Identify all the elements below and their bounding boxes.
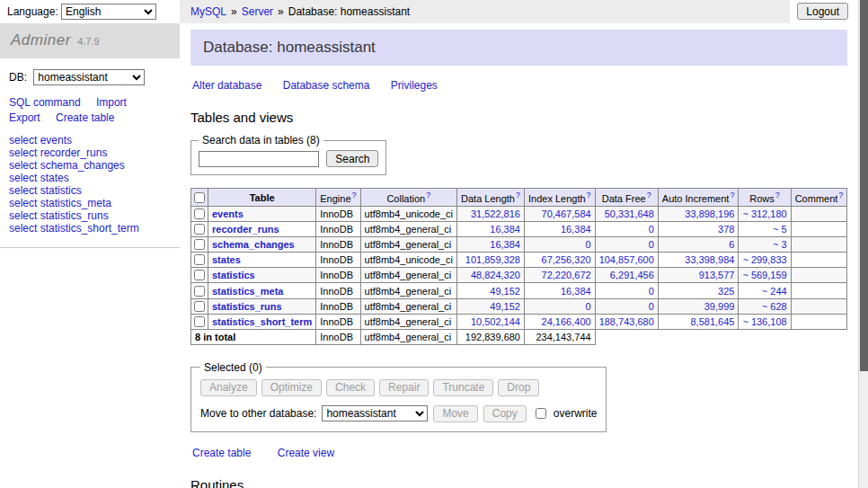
help-icon[interactable]: ? — [426, 191, 430, 200]
index-length-link[interactable]: 72,220,672 — [542, 270, 591, 280]
row-checkbox-states[interactable] — [194, 254, 205, 265]
rows-link[interactable]: ~ 312,180 — [742, 209, 786, 219]
row-checkbox-statistics_runs[interactable] — [194, 301, 205, 312]
data-free-link[interactable]: 50,331,648 — [605, 209, 654, 219]
search-button[interactable]: Search — [326, 150, 378, 167]
analyze-button[interactable]: Analyze — [200, 379, 257, 396]
auto-increment-link[interactable]: 33,898,196 — [685, 209, 734, 219]
repair-button[interactable]: Repair — [379, 379, 429, 396]
breadcrumb-link-mysql[interactable]: MySQL — [190, 5, 226, 18]
data-free-link[interactable]: 188,743,680 — [599, 316, 654, 327]
table-link-schema_changes[interactable]: schema_changes — [212, 239, 295, 250]
sidebar-table-link-select-schema_changes[interactable]: select schema_changes — [9, 160, 171, 172]
row-checkbox-statistics_short_term[interactable] — [194, 316, 205, 327]
drop-button[interactable]: Drop — [498, 379, 539, 396]
index-length-link[interactable]: 70,467,584 — [542, 209, 591, 219]
sidebar-link-sql-command[interactable]: SQL command — [9, 96, 81, 109]
row-checkbox-recorder_runs[interactable] — [194, 224, 205, 235]
help-icon[interactable]: ? — [587, 191, 591, 200]
sidebar-link-import[interactable]: Import — [96, 96, 127, 109]
overwrite-checkbox[interactable] — [536, 408, 546, 419]
data-free-link[interactable]: 104,857,600 — [599, 254, 654, 265]
rows-link[interactable]: ~ 5 — [773, 224, 787, 235]
breadcrumb-link-server[interactable]: Server — [242, 5, 273, 18]
move-db-select[interactable]: homeassistant — [322, 405, 428, 421]
sidebar-table-link-select-events[interactable]: select events — [9, 135, 171, 146]
data-length-link[interactable]: 49,152 — [490, 301, 520, 312]
index-length-link[interactable]: 0 — [586, 239, 591, 250]
sidebar-link-export[interactable]: Export — [9, 111, 40, 124]
db-select[interactable]: homeassistant — [33, 69, 145, 85]
data-free-link[interactable]: 0 — [649, 301, 654, 312]
help-icon[interactable]: ? — [516, 191, 520, 200]
scrollbar-thumb[interactable] — [860, 0, 868, 371]
check-button[interactable]: Check — [326, 379, 375, 396]
index-length-link[interactable]: 24,166,400 — [542, 316, 591, 327]
auto-increment-link[interactable]: 325 — [718, 286, 734, 297]
truncate-button[interactable]: Truncate — [433, 379, 493, 396]
index-length-link[interactable]: 0 — [586, 301, 591, 312]
sidebar-link-create-table[interactable]: Create table — [56, 111, 114, 124]
privileges-link[interactable]: Privileges — [391, 79, 438, 92]
data-free-link[interactable]: 6,291,456 — [610, 270, 654, 280]
auto-increment-link[interactable]: 8,581,645 — [690, 316, 734, 327]
data-free-link[interactable]: 0 — [649, 224, 654, 235]
data-length-link[interactable]: 101,859,328 — [465, 254, 520, 265]
help-icon[interactable]: ? — [838, 191, 843, 200]
sidebar-table-link-select-states[interactable]: select states — [9, 173, 171, 184]
help-icon[interactable]: ? — [775, 191, 780, 200]
row-checkbox-schema_changes[interactable] — [194, 239, 205, 250]
rows-link[interactable]: ~ 569,159 — [742, 270, 786, 280]
move-button[interactable]: Move — [433, 405, 477, 422]
rows-link[interactable]: ~ 299,833 — [742, 254, 786, 265]
create-view-link[interactable]: Create view — [278, 447, 334, 459]
data-length-link[interactable]: 16,384 — [490, 239, 520, 250]
rows-link[interactable]: ~ 628 — [762, 301, 787, 312]
data-length-link[interactable]: 16,384 — [490, 224, 520, 235]
rows-link[interactable]: ~ 3 — [773, 239, 787, 250]
index-length-link[interactable]: 16,384 — [561, 286, 591, 297]
row-checkbox-statistics_meta[interactable] — [194, 286, 205, 297]
database-schema-link[interactable]: Database schema — [283, 79, 370, 92]
help-icon[interactable]: ? — [647, 191, 651, 200]
rows-link[interactable]: ~ 136,108 — [742, 316, 786, 327]
auto-increment-link[interactable]: 6 — [729, 239, 734, 250]
optimize-button[interactable]: Optimize — [261, 379, 322, 396]
data-length-link[interactable]: 49,152 — [490, 286, 520, 297]
auto-increment-link[interactable]: 39,999 — [704, 301, 735, 312]
auto-increment-link[interactable]: 33,398,984 — [685, 254, 734, 265]
table-link-recorder_runs[interactable]: recorder_runs — [212, 224, 279, 235]
select-all-checkbox[interactable] — [194, 192, 205, 203]
vertical-scrollbar[interactable] — [858, 0, 868, 488]
table-link-statistics_runs[interactable]: statistics_runs — [212, 301, 282, 312]
table-link-statistics_short_term[interactable]: statistics_short_term — [212, 316, 312, 327]
auto-increment-link[interactable]: 913,577 — [699, 270, 735, 280]
alter-database-link[interactable]: Alter database — [192, 79, 261, 92]
index-length-link[interactable]: 16,384 — [561, 224, 591, 235]
rows-link[interactable]: ~ 244 — [762, 286, 787, 297]
data-free-link[interactable]: 0 — [649, 286, 654, 297]
sidebar-table-link-select-statistics_short_term[interactable]: select statistics_short_term — [9, 223, 171, 235]
table-link-statistics_meta[interactable]: statistics_meta — [212, 286, 284, 297]
table-link-states[interactable]: states — [212, 254, 241, 265]
row-checkbox-statistics[interactable] — [194, 270, 205, 280]
sidebar-table-link-select-statistics_runs[interactable]: select statistics_runs — [9, 210, 171, 222]
sidebar-table-link-select-statistics_meta[interactable]: select statistics_meta — [9, 198, 171, 209]
sidebar-table-link-select-recorder_runs[interactable]: select recorder_runs — [9, 147, 171, 159]
help-icon[interactable]: ? — [352, 191, 357, 200]
table-link-statistics[interactable]: statistics — [212, 270, 255, 280]
data-length-link[interactable]: 31,522,816 — [471, 209, 520, 219]
help-icon[interactable]: ? — [730, 191, 734, 200]
data-length-link[interactable]: 10,502,144 — [471, 316, 520, 327]
index-length-link[interactable]: 67,256,320 — [542, 254, 591, 265]
sidebar-table-link-select-statistics[interactable]: select statistics — [9, 185, 171, 197]
data-free-link[interactable]: 0 — [649, 239, 654, 250]
search-input[interactable] — [199, 151, 319, 167]
create-table-link[interactable]: Create table — [192, 447, 251, 459]
data-length-link[interactable]: 48,824,320 — [471, 270, 520, 280]
logout-button[interactable]: Logout — [797, 3, 848, 20]
language-select[interactable]: English — [61, 4, 156, 20]
copy-button[interactable]: Copy — [483, 405, 527, 422]
table-link-events[interactable]: events — [212, 209, 244, 219]
row-checkbox-events[interactable] — [194, 209, 205, 219]
